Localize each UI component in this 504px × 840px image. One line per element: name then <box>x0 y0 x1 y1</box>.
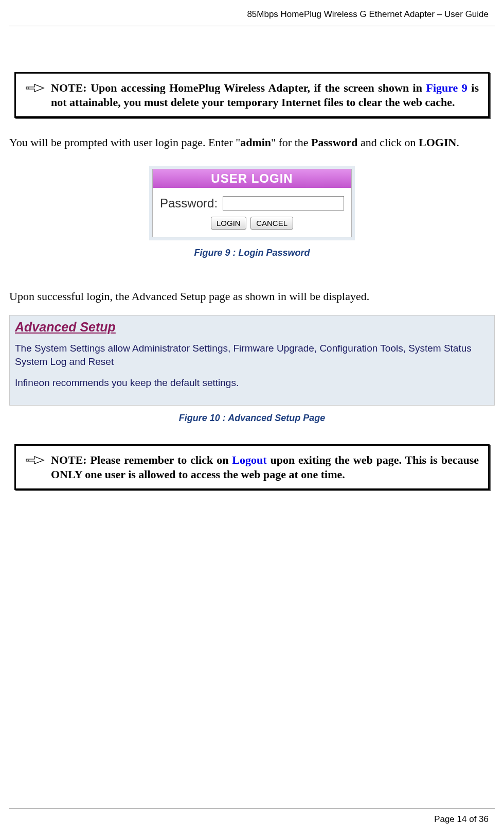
advanced-setup-screenshot: Advanced Setup The System Settings allow… <box>9 315 495 406</box>
p1-a: You will be prompted with user login pag… <box>9 136 240 149</box>
note-text-a: Upon accessing HomePlug Wireless Adapter… <box>91 81 426 94</box>
p1-login: LOGIN <box>419 136 456 149</box>
note-text: NOTE: Upon accessing HomePlug Wireless A… <box>51 81 479 109</box>
login-title: USER LOGIN <box>153 169 351 188</box>
login-panel: USER LOGIN Password: LOGIN CANCEL <box>152 169 352 237</box>
cancel-button[interactable]: CANCEL <box>250 217 293 230</box>
note-label: NOTE: <box>51 453 87 466</box>
note-box-2: NOTE: Please remember to click on Logout… <box>14 444 490 490</box>
note-label: NOTE: <box>51 81 87 94</box>
p1-c: and click on <box>358 136 419 149</box>
advsetup-p2: Infineon recommends you keep the default… <box>15 376 489 390</box>
pointing-hand-icon <box>25 82 46 96</box>
doc-header: 85Mbps HomePlug Wireless G Ethernet Adap… <box>247 9 489 20</box>
password-input[interactable] <box>223 196 344 211</box>
note-text: NOTE: Please remember to click on Logout… <box>51 453 479 481</box>
advanced-setup-body: The System Settings allow Administrator … <box>15 342 489 390</box>
svg-point-1 <box>28 460 29 461</box>
p1-admin: admin <box>240 136 271 149</box>
logout-link[interactable]: Logout <box>232 453 266 466</box>
p1-b: " for the <box>271 136 311 149</box>
svg-point-0 <box>28 87 29 89</box>
page-number: Page 14 of 36 <box>434 814 489 825</box>
advsetup-p1: The System Settings allow Administrator … <box>15 342 489 368</box>
password-label: Password: <box>160 196 218 211</box>
pointing-hand-icon <box>25 454 46 468</box>
page-content: NOTE: Upon accessing HomePlug Wireless A… <box>9 31 495 490</box>
paragraph-advanced-setup: Upon successful login, the Advanced Setu… <box>9 289 495 304</box>
login-screenshot: USER LOGIN Password: LOGIN CANCEL <box>149 166 355 240</box>
p1-pw: Password <box>311 136 357 149</box>
figure-9-link[interactable]: Figure 9 <box>426 81 467 94</box>
advanced-setup-title: Advanced Setup <box>15 320 489 335</box>
paragraph-login-instructions: You will be prompted with user login pag… <box>9 135 495 150</box>
figure-9-caption: Figure 9 : Login Password <box>9 248 495 258</box>
n2-a: Please remember to click on <box>87 453 232 466</box>
footer-rule <box>9 809 495 809</box>
figure-10-caption: Figure 10 : Advanced Setup Page <box>9 413 495 424</box>
login-button[interactable]: LOGIN <box>211 217 246 230</box>
note-box-1: NOTE: Upon accessing HomePlug Wireless A… <box>14 72 490 118</box>
header-rule <box>9 26 495 26</box>
p1-d: . <box>456 136 459 149</box>
